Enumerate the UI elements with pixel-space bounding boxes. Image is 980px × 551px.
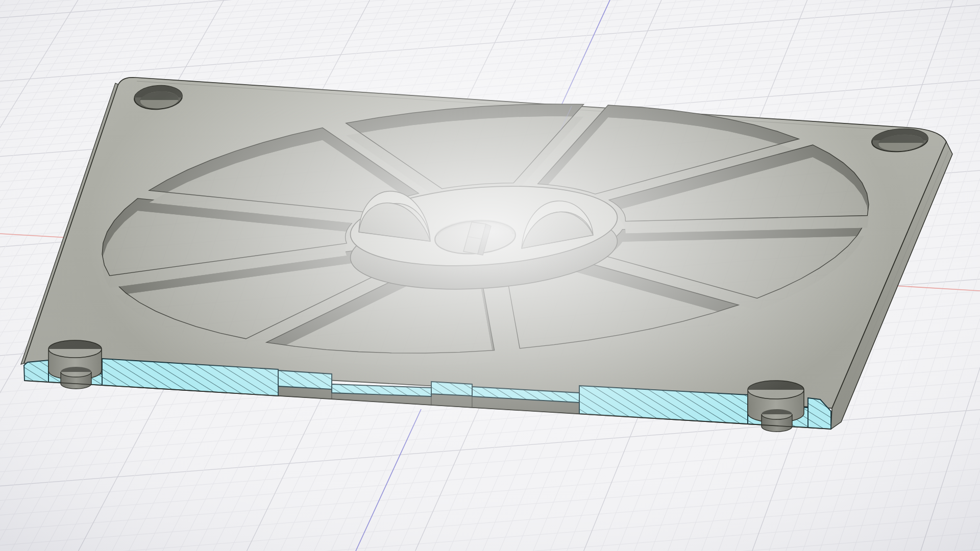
fan-plate-model[interactable] bbox=[21, 78, 952, 432]
viewport-canvas[interactable] bbox=[0, 0, 980, 551]
cad-viewport[interactable] bbox=[0, 0, 980, 551]
section-piece-left-corner[interactable] bbox=[24, 360, 48, 382]
section-piece-spoke-2[interactable] bbox=[431, 382, 472, 396]
section-piece-spoke-1[interactable] bbox=[278, 370, 332, 389]
